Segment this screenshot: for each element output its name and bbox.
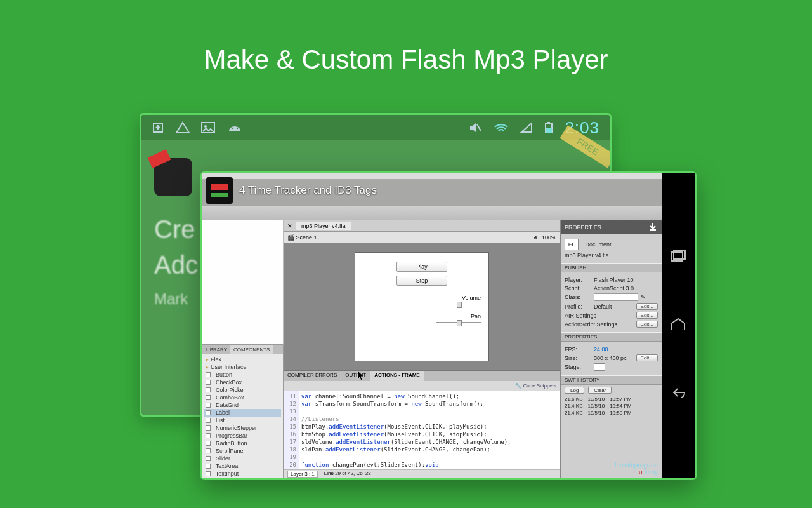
component-colorpicker[interactable]: ColorPicker [204,386,281,394]
svg-line-5 [477,124,481,131]
components-tree[interactable]: ▸ Flex▸ User Interface Button CheckBox C… [202,354,283,478]
workspace-icon[interactable]: 🖥 [532,234,538,241]
fps-value[interactable]: 24.00 [594,346,608,352]
swf-history-row: 21.4 KB10/5/1010:50 PM [561,410,662,417]
tab-output[interactable]: OUTPUT [341,371,370,381]
svg-rect-7 [546,128,552,133]
doc-tab[interactable]: mp3 Player v4.fla [296,222,351,230]
stage-canvas[interactable]: Play Stop Volume Pan [355,253,488,361]
svg-point-4 [237,128,238,129]
as-settings-label: ActionScript Settings [565,321,634,328]
component-textarea[interactable]: TextArea [204,462,281,470]
recent-apps-icon[interactable] [670,250,686,266]
status-layer[interactable]: Layer 3 : 1 [287,471,318,478]
component-numericstepper[interactable]: NumericStepper [204,424,281,432]
svg-point-3 [232,128,233,129]
doc-name: mp3 Player v4.fla [565,252,609,258]
component-datagrid[interactable]: DataGrid [204,401,281,409]
svg-point-2 [204,125,207,128]
video-thumb-icon [206,177,233,204]
component-user interface[interactable]: ▸ User Interface [204,363,281,371]
scene-name: Scene 1 [296,234,317,241]
component-scrollpane[interactable]: ScrollPane [204,447,281,455]
warning-icon [176,121,190,134]
swf-history-row: 21.4 KB10/5/1010:54 PM [561,403,662,410]
pan-slider[interactable] [436,322,481,323]
page-title: Make & Custom Flash Mp3 Player [0,0,812,75]
document-tabs[interactable]: ✕ mp3 Player v4.fla [284,220,560,232]
signal-icon [520,122,533,133]
profile-edit-button[interactable]: Edit... [636,303,658,310]
tab-library[interactable]: LIBRARY [202,345,230,354]
scene-bar: 🎬 Scene 1 🖥 100% [284,232,560,243]
android-icon [226,122,243,133]
air-settings-label: AIR Settings [565,312,634,319]
component-slider[interactable]: Slider [204,455,281,462]
svg-rect-8 [547,122,550,123]
code-statusbar: Layer 3 : 1 Line 29 of 42, Col 38 [284,469,560,478]
cursor-icon [357,370,366,382]
component-progressbar[interactable]: ProgressBar [204,432,281,439]
class-pencil-icon[interactable]: ✎ [641,294,646,300]
tab-compiler-errors[interactable]: COMPILER ERRORS [284,371,341,381]
left-blank-panel [202,220,284,345]
code-editor[interactable]: var channel:SoundChannel = new SoundChan… [299,391,560,469]
home-icon[interactable] [669,317,687,335]
ide-toolbar[interactable] [202,206,662,220]
battery-icon [544,121,553,134]
player-label: Player: [565,277,591,283]
stop-button[interactable]: Stop [396,276,447,286]
component-combobox[interactable]: ComboBox [204,394,281,401]
stage-label: Stage: [565,364,591,370]
pan-label: Pan [363,313,481,319]
stage-color-swatch[interactable] [594,363,605,371]
component-flex[interactable]: ▸ Flex [204,356,281,363]
code-snippets-button[interactable]: 🔧 Code Snippets [515,383,556,389]
properties-panel[interactable]: PROPERTIES FL Document mp3 Player v4.fla… [560,220,662,478]
android-navbar[interactable] [662,173,695,478]
size-value: 300 x 400 px [594,355,627,361]
publish-section[interactable]: PUBLISH [561,263,662,272]
component-label[interactable]: Label [204,409,281,417]
fl-icon: FL [565,239,579,250]
volume-slider[interactable] [436,304,481,304]
as-edit-button[interactable]: Edit... [636,321,658,328]
size-edit-button[interactable]: Edit... [636,354,658,361]
profile-label: Profile: [565,304,591,310]
component-textinput[interactable]: TextInput [204,470,281,478]
air-edit-button[interactable]: Edit... [636,312,658,319]
script-label: Script: [565,285,591,291]
tab-components[interactable]: COMPONENTS [230,345,273,354]
video-overlay: 4 Time Tracker and ID3 Tags [206,177,377,204]
code-gutter: 111213141516171819202122 [284,391,299,469]
component-list[interactable]: List [204,417,281,424]
component-checkbox[interactable]: CheckBox [204,378,281,386]
ide-screen: 4 Time Tracker and ID3 Tags LIBRARY COMP… [202,173,662,478]
back-icon[interactable] [669,385,687,402]
component-button[interactable]: Button [204,371,281,378]
component-tilelist[interactable]: TileList [204,478,281,478]
profile-value: Default [594,304,612,310]
swf-history-section[interactable]: SWF HISTORY [561,375,662,385]
android-statusbar: 2:03 [141,115,610,140]
watermark: learntoprogram uudemydemy [615,462,658,476]
tab-actions[interactable]: ACTIONS - FRAME [370,371,424,381]
wifi-icon [494,122,509,133]
volume-label: Volume [363,295,481,301]
class-input[interactable] [594,293,638,301]
play-button[interactable]: Play [396,262,447,272]
stage-area[interactable]: Play Stop Volume Pan [284,243,560,370]
script-value: ActionScript 3.0 [594,285,658,291]
zoom-value[interactable]: 100% [542,234,556,241]
download-arrow-icon[interactable] [648,222,658,233]
properties-section[interactable]: PROPERTIES [561,332,662,342]
properties-header: PROPERTIES [565,224,601,231]
actions-panel[interactable]: COMPILER ERRORS OUTPUT ACTIONS - FRAME 🔧… [284,370,560,478]
clear-button[interactable]: Clear [588,387,612,394]
components-panel[interactable]: LIBRARY COMPONENTS ▸ Flex▸ User Interfac… [202,345,284,478]
mute-icon [468,122,482,133]
status-cursor-pos: Line 29 of 42, Col 38 [324,471,371,478]
log-button[interactable]: Log [565,387,584,394]
component-radiobutton[interactable]: RadioButton [204,439,281,447]
size-label: Size: [565,355,591,361]
